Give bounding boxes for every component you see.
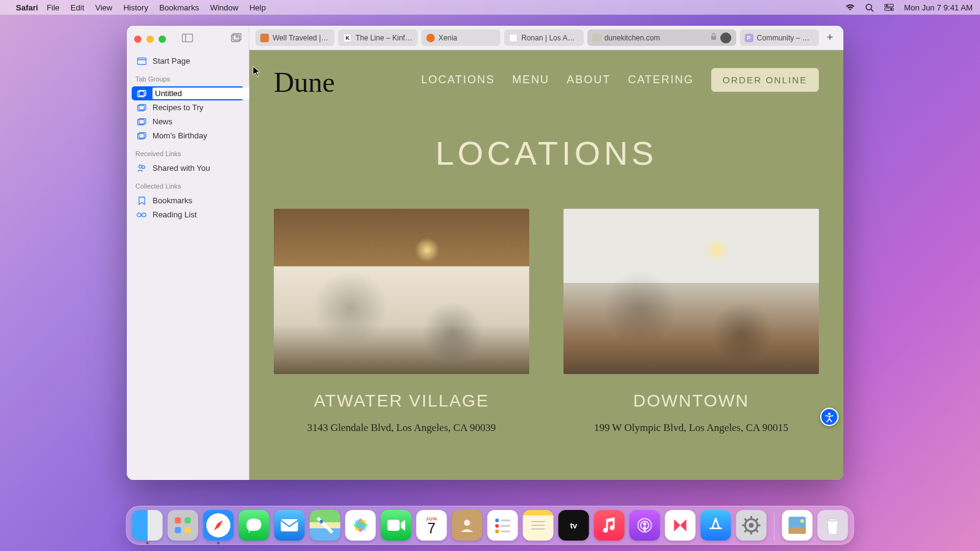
- window-minimize-button[interactable]: [146, 36, 154, 43]
- sidebar-item-label: News: [153, 117, 173, 126]
- order-online-button[interactable]: ORDER ONLINE: [711, 68, 819, 92]
- tab-ronan[interactable]: Ronan | Los Ang…: [504, 29, 583, 46]
- dock: JUN 7 tv: [126, 506, 854, 545]
- dock-preview-thumbnail[interactable]: [782, 510, 813, 541]
- svg-rect-32: [185, 527, 191, 533]
- menu-file[interactable]: File: [47, 3, 59, 12]
- sidebar-toggle-icon[interactable]: [182, 34, 193, 45]
- new-tab-group-button[interactable]: [230, 33, 241, 45]
- dock-contacts[interactable]: [452, 510, 483, 541]
- svg-point-25: [142, 212, 146, 216]
- tab-xenia[interactable]: Xenia: [421, 29, 500, 46]
- tab-title: Ronan | Los Ang…: [521, 34, 578, 42]
- start-page-icon: [137, 58, 146, 65]
- tab-kinfolk[interactable]: K The Line – Kinfolk: [338, 29, 417, 46]
- tab-favicon: [592, 34, 601, 42]
- dock-reminders[interactable]: [488, 510, 518, 541]
- tab-title: Community – Pi…: [757, 34, 814, 42]
- bookmark-icon: [137, 197, 146, 205]
- nav-menu[interactable]: MENU: [512, 73, 549, 86]
- page-heading-locations: LOCATIONS: [249, 134, 843, 172]
- sidebar-tab-group-news[interactable]: News: [132, 114, 244, 129]
- sidebar-bookmarks[interactable]: Bookmarks: [132, 193, 244, 208]
- nav-catering[interactable]: CATERING: [628, 73, 694, 86]
- svg-line-63: [756, 519, 758, 521]
- safari-window: Start Page Tab Groups ✕ Recipes to Try: [127, 26, 843, 480]
- dock-mail[interactable]: [274, 510, 305, 541]
- sidebar-tab-group-editing[interactable]: ✕: [132, 86, 244, 100]
- tab-title: dunekitchen.com: [605, 34, 707, 42]
- window-close-button[interactable]: [134, 36, 141, 43]
- menu-edit[interactable]: Edit: [70, 3, 84, 12]
- location-photo-atwater: [274, 209, 529, 374]
- dock-tv[interactable]: tv: [559, 510, 589, 541]
- spotlight-icon[interactable]: [865, 2, 875, 12]
- sidebar-item-label: Recipes to Try: [153, 103, 203, 112]
- dock-news[interactable]: [665, 510, 696, 541]
- menu-history[interactable]: History: [123, 3, 148, 12]
- tab-group-name-input[interactable]: [153, 88, 260, 99]
- reader-mode-icon[interactable]: [720, 32, 731, 43]
- svg-point-46: [496, 530, 499, 533]
- tab-favicon: [260, 34, 269, 42]
- menu-window[interactable]: Window: [210, 3, 238, 12]
- dock-music[interactable]: [594, 510, 625, 541]
- tab-community[interactable]: P Community – Pi…: [740, 29, 819, 46]
- dock-messages[interactable]: [239, 510, 270, 541]
- dock-trash[interactable]: [818, 510, 848, 541]
- menu-view[interactable]: View: [96, 3, 113, 12]
- dock-calendar[interactable]: JUN 7: [417, 510, 447, 541]
- svg-line-60: [745, 519, 747, 521]
- sidebar-start-page[interactable]: Start Page: [132, 54, 244, 68]
- site-logo[interactable]: Dune: [274, 66, 335, 99]
- reading-list-icon: [137, 212, 146, 218]
- tab-well-traveled[interactable]: Well Traveled |…: [255, 29, 334, 46]
- dock-facetime[interactable]: [381, 510, 412, 541]
- sidebar-shared-with-you[interactable]: Shared with You: [132, 161, 244, 175]
- sidebar-tab-group-recipes[interactable]: Recipes to Try: [132, 100, 244, 114]
- control-center-icon[interactable]: [884, 2, 894, 12]
- dock-appstore[interactable]: [701, 510, 731, 541]
- dock-notes[interactable]: [523, 510, 554, 541]
- svg-point-28: [828, 413, 831, 415]
- dock-podcasts[interactable]: [630, 510, 660, 541]
- location-name: DOWNTOWN: [564, 391, 819, 411]
- tab-bar: Well Traveled |… K The Line – Kinfolk Xe…: [249, 26, 843, 50]
- wifi-icon[interactable]: [845, 2, 855, 12]
- menu-help[interactable]: Help: [249, 3, 266, 12]
- svg-point-23: [141, 166, 145, 169]
- sidebar-tab-group-moms-birthday[interactable]: Mom's Birthday: [132, 129, 244, 143]
- svg-point-41: [464, 520, 470, 526]
- dock-finder[interactable]: [132, 510, 163, 541]
- dock-maps[interactable]: [310, 510, 341, 541]
- nav-about[interactable]: ABOUT: [567, 73, 611, 86]
- sidebar-reading-list[interactable]: Reading List: [132, 208, 244, 222]
- tab-title: Well Traveled |…: [273, 34, 330, 42]
- menubar-clock[interactable]: Mon Jun 7 9:41 AM: [904, 3, 973, 12]
- dock-settings[interactable]: [736, 510, 767, 541]
- tab-dunekitchen-active[interactable]: dunekitchen.com: [587, 29, 736, 46]
- calendar-day-label: 7: [428, 522, 435, 535]
- tab-group-icon: [137, 104, 146, 111]
- tab-favicon: [426, 34, 435, 42]
- svg-point-42: [496, 519, 499, 522]
- new-tab-button[interactable]: +: [823, 31, 837, 45]
- sidebar-item-label: Reading List: [153, 210, 197, 219]
- svg-rect-6: [183, 34, 193, 42]
- sidebar-item-label: Start Page: [153, 56, 190, 66]
- svg-rect-31: [175, 527, 181, 533]
- window-maximize-button[interactable]: [159, 36, 166, 43]
- accessibility-widget-button[interactable]: [820, 408, 839, 426]
- menu-bookmarks[interactable]: Bookmarks: [159, 3, 199, 12]
- dock-launchpad[interactable]: [168, 510, 198, 541]
- svg-rect-65: [789, 528, 806, 534]
- sidebar-item-label: Mom's Birthday: [153, 131, 207, 140]
- svg-rect-43: [501, 520, 511, 522]
- dock-safari[interactable]: [203, 510, 234, 541]
- dock-photos[interactable]: [345, 510, 376, 541]
- menubar-app-name[interactable]: Safari: [16, 3, 38, 12]
- sidebar-tab-groups-header: Tab Groups: [127, 70, 249, 84]
- tab-favicon: P: [745, 34, 753, 42]
- location-address: 3143 Glendale Blvd, Los Angeles, CA 9003…: [274, 422, 529, 434]
- nav-locations[interactable]: LOCATIONS: [421, 73, 495, 86]
